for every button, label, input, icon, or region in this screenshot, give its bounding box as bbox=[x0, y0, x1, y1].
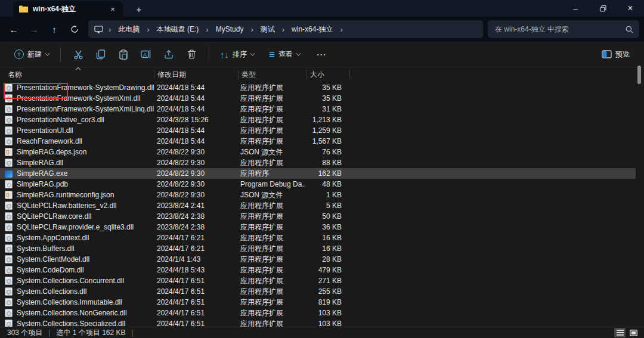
refresh-button[interactable] bbox=[64, 20, 85, 38]
delete-button[interactable] bbox=[180, 46, 203, 63]
large-icons-view-toggle[interactable] bbox=[628, 328, 639, 337]
file-size: 35 KB bbox=[305, 94, 348, 103]
column-header-type-label: 类型 bbox=[242, 70, 256, 80]
file-type: 应用程序扩展 bbox=[237, 212, 305, 222]
new-button[interactable]: + 新建 bbox=[10, 46, 54, 63]
file-type: 应用程序 bbox=[237, 169, 305, 179]
column-separator[interactable] bbox=[349, 70, 350, 79]
new-tab-button[interactable]: + bbox=[131, 2, 147, 15]
column-header-type[interactable]: 类型 bbox=[239, 67, 306, 82]
file-row[interactable]: SQLitePCLRaw.core.dll 2023/8/24 2:38 应用程… bbox=[0, 211, 636, 222]
rename-button[interactable]: A bbox=[135, 46, 157, 63]
breadcrumb-item-this-pc[interactable]: 此电脑 bbox=[116, 23, 141, 36]
file-row[interactable]: SimpleRAG.deps.json 2024/8/22 9:30 JSON … bbox=[0, 147, 636, 157]
file-size: 1,567 KB bbox=[305, 137, 348, 145]
search-input[interactable] bbox=[495, 25, 626, 33]
restore-button[interactable] bbox=[589, 0, 617, 17]
file-size: 31 KB bbox=[305, 105, 348, 113]
file-row[interactable]: System.Collections.NonGeneric.dll 2024/4… bbox=[0, 308, 636, 318]
file-name: PresentationUI.dll bbox=[17, 126, 73, 135]
forward-button[interactable]: → bbox=[24, 20, 44, 38]
copy-button[interactable] bbox=[89, 46, 112, 63]
file-type: 应用程序扩展 bbox=[237, 158, 305, 168]
file-type: 应用程序扩展 bbox=[237, 104, 305, 114]
file-date-modified: 2024/8/22 9:30 bbox=[154, 169, 237, 178]
file-row[interactable]: PresentationUI.dll 2024/4/18 5:44 应用程序扩展… bbox=[0, 125, 636, 136]
file-row[interactable]: PresentationFramework-SystemDrawing.dll … bbox=[0, 82, 636, 93]
rename-icon: A bbox=[141, 49, 151, 59]
more-options-button[interactable]: ⋯ bbox=[310, 45, 333, 64]
paste-button[interactable] bbox=[112, 46, 135, 63]
file-row[interactable]: PresentationNative_cor3.dll 2024/3/28 15… bbox=[0, 114, 636, 125]
file-size: 103 KB bbox=[305, 309, 348, 317]
command-toolbar: + 新建 A ↑↓ 排序 ≡ 查看 bbox=[0, 42, 644, 67]
file-name: System.Collections.NonGeneric.dll bbox=[17, 309, 127, 317]
file-row[interactable]: ReachFramework.dll 2024/4/18 5:44 应用程序扩展… bbox=[0, 136, 636, 147]
address-bar: ← → ↑ › 此电脑 › 本地磁盘 (E:) › MyStudy › 测试 ›… bbox=[0, 17, 644, 42]
breadcrumb-item-drive-e[interactable]: 本地磁盘 (E:) bbox=[155, 23, 201, 36]
file-size: 16 KB bbox=[305, 244, 348, 253]
tab-strip: win-x64-独立 × + – × bbox=[0, 0, 644, 17]
breadcrumb-item-win-x64[interactable]: win-x64-独立 bbox=[290, 23, 335, 36]
file-row[interactable]: System.CodeDom.dll 2024/4/18 5:43 应用程序扩展… bbox=[0, 265, 636, 275]
view-button[interactable]: ≡ 查看 bbox=[264, 46, 305, 63]
chevron-right-icon: › bbox=[109, 25, 111, 34]
file-row[interactable]: System.Collections.Immutable.dll 2024/4/… bbox=[0, 297, 636, 308]
file-name: SimpleRAG.deps.json bbox=[17, 148, 86, 156]
file-type: 应用程序扩展 bbox=[237, 276, 305, 286]
dll-file-icon bbox=[5, 244, 13, 253]
file-row[interactable]: SimpleRAG.pdb 2024/8/22 9:30 Program Deb… bbox=[0, 179, 636, 190]
up-button[interactable]: ↑ bbox=[44, 20, 64, 38]
file-size: 28 KB bbox=[305, 255, 348, 263]
close-window-button[interactable]: × bbox=[617, 0, 644, 17]
file-name: System.AppContext.dll bbox=[17, 234, 89, 242]
back-button[interactable]: ← bbox=[4, 20, 24, 38]
breadcrumb-item-mystudy[interactable]: MyStudy bbox=[214, 24, 246, 35]
vertical-scrollbar-thumb[interactable] bbox=[637, 66, 641, 84]
window-controls: – × bbox=[562, 0, 644, 17]
file-type: 应用程序扩展 bbox=[237, 265, 305, 275]
file-row[interactable]: SQLitePCLRaw.provider.e_sqlite3.dll 2023… bbox=[0, 222, 636, 232]
file-date-modified: 2023/8/24 2:38 bbox=[154, 223, 237, 231]
dll-file-icon bbox=[5, 320, 13, 327]
share-button[interactable] bbox=[157, 46, 180, 63]
file-list: PresentationFramework-SystemDrawing.dll … bbox=[0, 82, 644, 327]
file-type: 应用程序扩展 bbox=[237, 287, 305, 297]
file-name: System.Collections.Concurrent.dll bbox=[17, 277, 124, 285]
file-name: System.ClientModel.dll bbox=[17, 255, 89, 263]
file-row[interactable]: SimpleRAG.dll 2024/8/22 9:30 应用程序扩展 88 K… bbox=[0, 157, 636, 168]
file-type: 应用程序扩展 bbox=[237, 244, 305, 254]
status-divider: | bbox=[132, 328, 134, 337]
file-size: 103 KB bbox=[305, 320, 348, 327]
column-header-name[interactable]: 名称 bbox=[0, 67, 154, 82]
file-row[interactable]: SimpleRAG.runtimeconfig.json 2024/8/22 9… bbox=[0, 190, 636, 200]
explorer-tab[interactable]: win-x64-独立 × bbox=[13, 1, 123, 17]
dll-file-icon bbox=[5, 298, 13, 306]
file-row[interactable]: PresentationFramework-SystemXml.dll 2024… bbox=[0, 93, 636, 104]
cut-button[interactable] bbox=[67, 46, 89, 63]
column-header-size[interactable]: 大小 bbox=[307, 67, 349, 82]
file-row[interactable]: System.Collections.dll 2024/4/17 6:51 应用… bbox=[0, 286, 636, 297]
details-view-toggle[interactable] bbox=[614, 328, 626, 337]
file-size: 76 KB bbox=[305, 148, 348, 156]
file-row[interactable]: System.AppContext.dll 2024/4/17 6:21 应用程… bbox=[0, 232, 636, 243]
file-row[interactable]: PresentationFramework-SystemXmlLinq.dll … bbox=[0, 104, 636, 114]
file-size: 16 KB bbox=[305, 234, 348, 242]
minimize-button[interactable]: – bbox=[562, 0, 589, 17]
file-row[interactable]: SimpleRAG.exe 2024/8/22 9:30 应用程序 162 KB bbox=[0, 168, 636, 179]
file-type: 应用程序扩展 bbox=[237, 222, 305, 232]
tab-close-icon[interactable]: × bbox=[107, 4, 118, 14]
chevron-down-icon bbox=[45, 51, 50, 55]
dll-file-icon bbox=[5, 83, 13, 92]
sort-button[interactable]: ↑↓ 排序 bbox=[215, 46, 259, 63]
status-divider: | bbox=[48, 328, 50, 337]
file-row[interactable]: System.ClientModel.dll 2024/1/4 1:43 应用程… bbox=[0, 254, 636, 265]
file-row[interactable]: System.Collections.Specialized.dll 2024/… bbox=[0, 318, 636, 327]
breadcrumb-item-test[interactable]: 测试 bbox=[259, 23, 277, 36]
file-row[interactable]: SQLitePCLRaw.batteries_v2.dll 2023/8/24 … bbox=[0, 200, 636, 211]
preview-button[interactable]: 预览 bbox=[597, 46, 634, 63]
file-row[interactable]: System.Buffers.dll 2024/4/17 6:21 应用程序扩展… bbox=[0, 243, 636, 254]
column-header-date[interactable]: 修改日期 bbox=[154, 67, 238, 82]
dll-file-icon bbox=[5, 105, 13, 113]
file-row[interactable]: System.Collections.Concurrent.dll 2024/4… bbox=[0, 275, 636, 286]
